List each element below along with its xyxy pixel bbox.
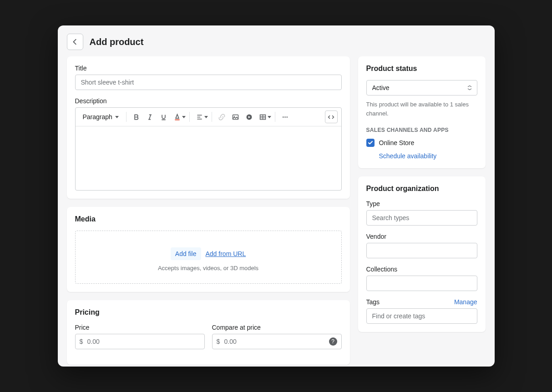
title-description-card: Title Description Paragraph [67,56,350,199]
compare-price-input[interactable] [212,334,342,349]
video-button[interactable] [243,111,256,123]
help-icon[interactable]: ? [329,337,337,346]
currency-symbol: $ [217,338,220,345]
product-organization-card: Product organization Type Vendor Collect… [358,176,486,332]
chevron-down-icon[interactable] [204,116,208,118]
description-editor: Paragraph [75,107,342,191]
schedule-availability-link[interactable]: Schedule availability [379,152,437,160]
link-button [216,111,228,123]
collections-label: Collections [366,266,477,273]
currency-symbol: $ [80,338,83,345]
pricing-heading: Pricing [75,308,342,317]
back-button[interactable] [67,34,83,50]
collections-input[interactable] [366,276,477,291]
chevron-down-icon[interactable] [182,116,186,118]
format-select[interactable]: Paragraph [79,111,122,122]
chevron-down-icon [115,116,119,118]
media-dropzone[interactable]: Add file Add from URL Accepts images, vi… [75,231,342,284]
sales-channels-heading: SALES CHANNELS AND APPS [366,127,477,133]
organization-heading: Product organization [366,185,477,193]
html-view-button[interactable] [325,111,338,123]
status-help-text: This product will be available to 1 sale… [366,100,477,118]
image-button[interactable] [229,111,242,123]
page-title: Add product [90,37,144,47]
media-heading: Media [75,215,342,223]
tags-input[interactable] [366,308,477,324]
pricing-card: Pricing Price $ Compare at price $ [67,300,350,365]
italic-button[interactable] [144,111,157,123]
title-input[interactable] [75,75,342,90]
online-store-label: Online Store [379,139,415,146]
vendor-input[interactable] [366,243,477,258]
media-card: Media Add file Add from URL Accepts imag… [67,207,350,292]
product-status-card: Product status Active This product will … [358,56,486,168]
type-label: Type [366,200,477,207]
more-button[interactable] [279,111,292,123]
check-icon [368,140,373,146]
media-help-text: Accepts images, videos, or 3D models [81,265,336,271]
description-textarea[interactable] [76,126,341,190]
price-input[interactable] [75,334,205,349]
tags-label: Tags [366,298,380,306]
compare-price-label: Compare at price [212,324,342,331]
description-label: Description [75,97,342,105]
underline-button[interactable] [157,111,170,123]
chevron-down-icon[interactable] [268,116,271,118]
add-from-url-link[interactable]: Add from URL [206,250,246,257]
add-file-button[interactable]: Add file [171,247,201,260]
svg-point-5 [283,116,284,118]
svg-point-7 [287,116,288,118]
svg-point-6 [285,116,286,118]
product-status-heading: Product status [366,65,477,73]
price-label: Price [75,324,205,331]
online-store-checkbox[interactable] [366,139,375,147]
arrow-left-icon [71,38,79,46]
vendor-label: Vendor [366,233,477,240]
title-label: Title [75,65,342,72]
status-select[interactable]: Active [366,80,477,95]
format-select-label: Paragraph [83,113,112,121]
svg-rect-0 [175,119,180,120]
type-input[interactable] [366,210,477,226]
manage-tags-link[interactable]: Manage [454,298,477,306]
bold-button[interactable] [130,111,143,123]
